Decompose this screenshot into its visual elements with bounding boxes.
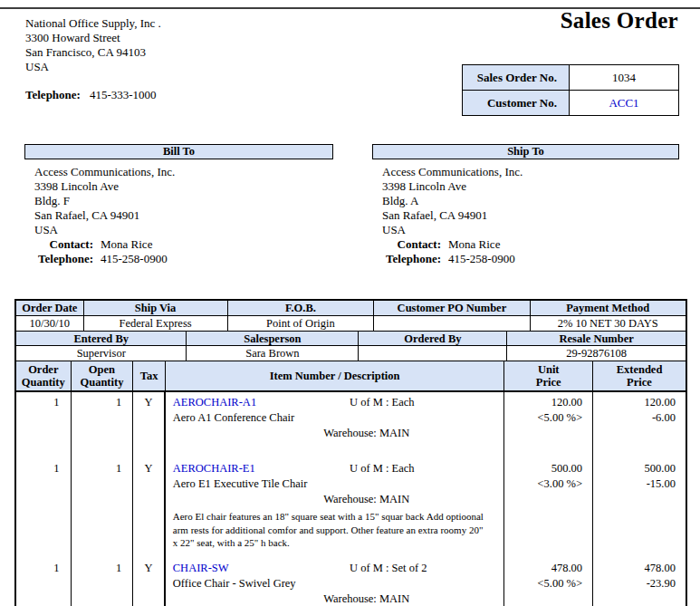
unit-of-measure-label: U of M : Set of 2 xyxy=(350,561,427,576)
sales-order-no-value: 1034 xyxy=(570,65,678,90)
ship-to-line-1: 3398 Lincoln Ave xyxy=(382,179,679,194)
bill-to-line-4: USA xyxy=(34,223,333,237)
discount-percent-value: <3.00 %> xyxy=(504,476,582,492)
warehouse-line: Warehouse: MAIN xyxy=(323,592,500,606)
tax-value: Y xyxy=(133,458,165,558)
extended-price-cell: 478.00 -23.90 xyxy=(593,558,686,606)
unit-price-header: Unit Price xyxy=(504,361,593,392)
discount-percent-value: <5.00 %> xyxy=(504,410,582,426)
customer-no-row: Customer No. ACC1 xyxy=(463,90,678,115)
company-telephone-label: Telephone: xyxy=(25,88,81,101)
entered-by-value: Supervisor xyxy=(16,346,187,361)
unit-price-cell: 500.00 <3.00 %> xyxy=(504,458,593,558)
item-long-description: Aero El chair features an 18" square sea… xyxy=(173,510,487,550)
bill-to-line-1: 3398 Lincoln Ave xyxy=(34,179,333,194)
order-details-table: Order Date Ship Via F.O.B. Customer PO N… xyxy=(14,299,687,606)
item-number-link[interactable]: AEROCHAIR-E1 xyxy=(173,462,255,475)
open-quantity-value: 1 xyxy=(72,392,134,458)
company-address-line-1: 3300 Howard Street xyxy=(25,31,161,45)
bill-to-line-2: Bldg. F xyxy=(34,194,333,208)
bill-to-telephone-label: Telephone: xyxy=(24,252,93,266)
order-meta-value-row-1: 10/30/10 Federal Express Point of Origin… xyxy=(16,316,686,332)
order-meta-value-row-2: Supervisor Sara Brown 29-92876108 xyxy=(16,346,686,361)
bill-to-block: Bill To Access Communications, Inc. 3398… xyxy=(24,144,333,266)
item-code-line: AEROCHAIR-A1 U of M : Each xyxy=(173,395,501,410)
bill-to-telephone-value: 415-258-0900 xyxy=(93,252,168,266)
extended-price-value: 120.00 xyxy=(593,395,676,410)
open-quantity-value: 1 xyxy=(72,458,134,558)
sales-order-report-page: Sales Order National Office Supply, Inc … xyxy=(0,0,700,606)
customer-po-header: Customer PO Number xyxy=(374,301,530,316)
sales-order-no-row: Sales Order No. 1034 xyxy=(463,65,678,90)
unit-price-cell: 478.00 <5.00 %> xyxy=(504,558,593,606)
page-title: Sales Order xyxy=(561,8,678,34)
ship-to-address: Access Communications, Inc. 3398 Lincoln… xyxy=(372,165,679,237)
unit-of-measure-label: U of M : Each xyxy=(350,395,415,410)
resale-number-header: Resale Number xyxy=(507,332,686,347)
warehouse-line: Warehouse: MAIN xyxy=(323,492,500,507)
company-name: National Office Supply, Inc . xyxy=(25,16,161,31)
discount-amount-value: -15.00 xyxy=(593,476,676,492)
item-code-line: CHAIR-SW U of M : Set of 2 xyxy=(173,561,501,576)
extended-price-cell: 500.00 -15.00 xyxy=(593,458,686,558)
customer-po-value xyxy=(374,316,530,332)
unit-price-value: 500.00 xyxy=(504,461,582,476)
discount-amount-value: -6.00 xyxy=(593,410,676,426)
line-item-row-3: 1 1 Y CHAIR-SW U of M : Set of 2 Office … xyxy=(16,558,686,606)
order-quantity-value: 1 xyxy=(16,458,72,558)
item-number-link[interactable]: AEROCHAIR-A1 xyxy=(173,396,256,409)
company-address-line-2: San Francisco, CA 94103 xyxy=(25,45,161,60)
ship-to-contact-label: Contact: xyxy=(372,237,441,252)
company-telephone-row: Telephone:415-333-1000 xyxy=(25,88,161,102)
item-description-text: Aero A1 Conference Chair xyxy=(173,410,501,426)
bill-to-contact-row: Contact: Mona Rice xyxy=(24,237,333,252)
extended-price-header: Extended Price xyxy=(593,361,686,392)
open-quantity-value: 1 xyxy=(72,558,134,606)
salesperson-header: Salesperson xyxy=(187,332,359,347)
bill-to-telephone-row: Telephone: 415-258-0900 xyxy=(24,252,333,266)
ship-to-block: Ship To Access Communications, Inc. 3398… xyxy=(372,144,679,266)
order-date-value: 10/30/10 xyxy=(16,316,84,332)
resale-number-value: 29-92876108 xyxy=(507,346,686,361)
ship-to-contact-value: Mona Rice xyxy=(441,237,500,252)
item-description-cell: AEROCHAIR-E1 U of M : Each Aero E1 Execu… xyxy=(166,458,505,558)
line-item-row-2: 1 1 Y AEROCHAIR-E1 U of M : Each Aero E1… xyxy=(16,458,686,558)
bill-to-header: Bill To xyxy=(24,144,333,159)
ship-to-line-0: Access Communications, Inc. xyxy=(382,165,679,179)
item-description-text: Aero E1 Executive Tile Chair xyxy=(173,476,501,492)
customer-no-link[interactable]: ACC1 xyxy=(570,91,678,115)
order-quantity-value: 1 xyxy=(16,558,72,606)
bill-to-address: Access Communications, Inc. 3398 Lincoln… xyxy=(24,165,333,237)
extended-price-cell: 120.00 -6.00 xyxy=(593,392,686,458)
payment-method-header: Payment Method xyxy=(531,301,686,316)
discount-percent-value: <5.00 %> xyxy=(504,576,582,592)
item-number-link[interactable]: CHAIR-SW xyxy=(173,562,229,574)
ship-to-telephone-label: Telephone: xyxy=(372,252,441,266)
payment-method-value: 2% 10 NET 30 DAYS xyxy=(531,316,686,332)
ship-to-line-2: Bldg. A xyxy=(382,194,679,208)
bill-to-contact-label: Contact: xyxy=(24,237,93,252)
customer-no-label: Customer No. xyxy=(463,91,570,115)
discount-amount-value: -23.90 xyxy=(593,576,676,592)
salesperson-value: Sara Brown xyxy=(187,346,359,361)
unit-price-value: 478.00 xyxy=(504,561,582,576)
unit-of-measure-label: U of M : Each xyxy=(350,461,415,476)
ship-to-header: Ship To xyxy=(372,144,679,159)
unit-price-cell: 120.00 <5.00 %> xyxy=(504,392,593,458)
order-meta-header-row-2: Entered By Salesperson Ordered By Resale… xyxy=(16,332,686,347)
company-address-line-3: USA xyxy=(25,60,161,74)
item-code-line: AEROCHAIR-E1 U of M : Each xyxy=(173,461,501,476)
bill-to-contact-value: Mona Rice xyxy=(93,237,152,252)
ship-via-header: Ship Via xyxy=(84,301,228,316)
ordered-by-header: Ordered By xyxy=(359,332,507,347)
entered-by-header: Entered By xyxy=(16,332,187,347)
tax-value: Y xyxy=(133,558,165,606)
ship-to-line-3: San Rafael, CA 94901 xyxy=(382,208,679,223)
order-quantity-header: Order Quantity xyxy=(16,361,72,392)
warehouse-line: Warehouse: MAIN xyxy=(323,426,500,441)
company-block: National Office Supply, Inc . 3300 Howar… xyxy=(25,16,161,102)
ship-to-telephone-row: Telephone: 415-258-0900 xyxy=(372,252,679,266)
order-quantity-value: 1 xyxy=(16,392,72,458)
bill-to-line-0: Access Communications, Inc. xyxy=(34,165,333,179)
unit-price-value: 120.00 xyxy=(504,395,582,410)
